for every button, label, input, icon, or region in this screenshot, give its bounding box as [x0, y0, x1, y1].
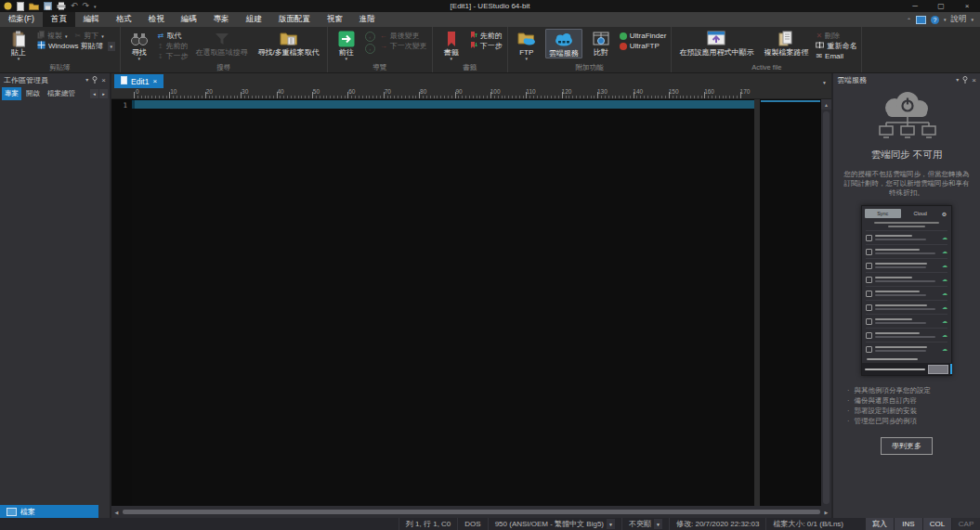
- maximize-button[interactable]: ▢: [928, 0, 954, 12]
- redo-icon[interactable]: ↷: [83, 2, 90, 10]
- tab-list-dropdown-icon[interactable]: ▼: [822, 80, 831, 88]
- encoding-dropdown-icon[interactable]: ▼: [607, 519, 615, 529]
- workspace-tab-open[interactable]: 開啟: [23, 87, 43, 100]
- tab-close-icon[interactable]: ×: [152, 77, 157, 85]
- copy-button[interactable]: 複製 ▾: [37, 32, 68, 40]
- menu-window[interactable]: 視窗: [319, 12, 351, 27]
- new-file-icon[interactable]: [17, 2, 24, 11]
- compare-button[interactable]: 比對: [587, 29, 615, 57]
- help-menu[interactable]: 說明: [950, 14, 966, 25]
- email-file-button[interactable]: ✉ Email: [816, 52, 856, 60]
- paste-button[interactable]: 貼上 ▾: [5, 29, 33, 61]
- copy-file-path-button[interactable]: 複製檔案路徑: [761, 29, 811, 57]
- scroll-right-icon[interactable]: ▶: [821, 506, 831, 518]
- ftp-button[interactable]: FTP ▾: [513, 29, 541, 61]
- print-icon[interactable]: [57, 2, 66, 10]
- ruler-ticks: [134, 88, 749, 98]
- ultraftp-button[interactable]: UltraFTP: [620, 42, 667, 50]
- vertical-scrollbar[interactable]: ▲: [821, 99, 831, 506]
- paste-caret-icon: ▾: [18, 57, 20, 61]
- syntax-dropdown-icon[interactable]: ▼: [654, 519, 662, 529]
- bookmark-button[interactable]: 書籤 ▾: [438, 29, 465, 61]
- next-change-button[interactable]: → 下一次變更: [380, 42, 427, 50]
- open-folder-icon[interactable]: [29, 2, 39, 10]
- menu-project[interactable]: 專案: [205, 12, 238, 27]
- vertical-scroll-thumb[interactable]: [823, 111, 830, 504]
- workspace-tab-project[interactable]: 專案: [2, 87, 21, 100]
- column-mode-indicator[interactable]: COL: [923, 518, 951, 530]
- workspace-close-icon[interactable]: ×: [101, 76, 106, 84]
- save-icon[interactable]: [44, 2, 52, 10]
- document-map[interactable]: [760, 99, 821, 506]
- ribbon-group-addons: FTP ▾ 雲端服務 比對 UltraFinder: [508, 27, 673, 72]
- scroll-left-icon[interactable]: ◀: [111, 506, 122, 518]
- horizontal-scroll-thumb[interactable]: [123, 510, 820, 514]
- write-mode-indicator[interactable]: 寫入: [866, 518, 894, 530]
- minimize-button[interactable]: ─: [902, 0, 928, 12]
- group-label-active-file: Active file: [676, 62, 856, 72]
- line-ending-indicator[interactable]: DOS: [457, 518, 487, 530]
- cloud-panel-menu-caret-icon[interactable]: ▾: [956, 77, 959, 83]
- find-in-selection-button[interactable]: 在選取區域搜尋: [193, 29, 251, 57]
- menu-coding[interactable]: 編碼: [173, 12, 205, 27]
- layout-icon[interactable]: [916, 16, 926, 24]
- help-dropdown-icon[interactable]: ▾: [944, 17, 947, 22]
- cut-button[interactable]: ✂ 剪下 ▾: [75, 32, 104, 40]
- text-edit-area[interactable]: [132, 99, 754, 506]
- last-change-button[interactable]: ← 最後變更: [380, 32, 427, 40]
- previous-bookmark-button[interactable]: 先前的: [470, 32, 503, 40]
- qat-dropdown-icon[interactable]: ▾: [94, 4, 97, 9]
- close-button[interactable]: ×: [954, 0, 980, 12]
- replace-button[interactable]: ⇄ 取代: [158, 32, 189, 40]
- undo-icon[interactable]: ↶: [71, 2, 78, 10]
- window-title: [Edit1] - UEStudio 64-bit: [0, 2, 980, 10]
- menu-format[interactable]: 格式: [108, 12, 140, 27]
- ruler-label: 120: [562, 88, 572, 95]
- menu-advanced[interactable]: 進階: [351, 12, 384, 27]
- cloud-panel-pin-icon[interactable]: [962, 76, 968, 84]
- workspace-tab-explorer[interactable]: 檔案總管: [45, 87, 78, 100]
- menu-build[interactable]: 組建: [238, 12, 270, 27]
- menu-file[interactable]: 檔案(F): [0, 12, 43, 27]
- caps-lock-indicator[interactable]: CAP: [952, 518, 980, 530]
- ultrafinder-button[interactable]: UltraFinder: [620, 32, 667, 40]
- scroll-up-icon[interactable]: ▲: [821, 99, 831, 110]
- delete-file-button[interactable]: ✕ 刪除: [816, 32, 856, 40]
- goto-button[interactable]: 前往 ▾: [333, 29, 360, 61]
- windows-clipboard-caret-icon[interactable]: ▾: [108, 42, 115, 51]
- files-bottom-tab[interactable]: 檔案: [0, 505, 98, 518]
- binoculars-icon: [131, 29, 148, 48]
- find-previous-button[interactable]: ↥ 先前的: [158, 42, 189, 50]
- workspace-menu-caret-icon[interactable]: ▾: [85, 77, 88, 83]
- menu-edit[interactable]: 編輯: [75, 12, 108, 27]
- last-change-arrow-icon: ←: [380, 32, 387, 40]
- horizontal-scrollbar[interactable]: ◀ ▶: [111, 506, 831, 518]
- workspace-tabs-right-icon[interactable]: ▸: [99, 89, 108, 98]
- windows-clipboard-button[interactable]: Windows 剪貼簿 ▾: [37, 42, 115, 50]
- insert-mode-indicator[interactable]: INS: [895, 518, 922, 530]
- workspace-tabs-left-icon[interactable]: ◂: [90, 89, 98, 98]
- rename-file-button[interactable]: 重新命名: [816, 42, 856, 50]
- find-button[interactable]: 尋找 ▾: [125, 29, 153, 61]
- open-in-default-app-button[interactable]: 在預設應用程式中顯示: [676, 29, 756, 57]
- menu-layout[interactable]: 版面配置: [270, 12, 319, 27]
- menu-home[interactable]: 首頁: [43, 12, 75, 27]
- find-in-files-button[interactable]: 尋找/多重檔案取代: [255, 29, 322, 57]
- workspace-pin-icon[interactable]: [92, 76, 98, 84]
- preview-setting-row: ☁: [866, 314, 947, 328]
- collapse-ribbon-icon[interactable]: ⌃: [907, 17, 911, 23]
- menu-view[interactable]: 檢視: [140, 12, 173, 27]
- cloud-services-button[interactable]: 雲端服務: [545, 29, 582, 58]
- document-tab-edit1[interactable]: Edit1 ×: [114, 74, 163, 88]
- back-circle-icon[interactable]: ‹: [365, 32, 375, 42]
- cloud-panel-close-icon[interactable]: ×: [972, 76, 976, 84]
- workspace-body[interactable]: [0, 101, 110, 505]
- next-bookmark-button[interactable]: 下一步: [470, 42, 503, 50]
- learn-more-button[interactable]: 學到更多: [881, 437, 933, 455]
- help-menu-caret-icon[interactable]: ▾: [971, 17, 973, 22]
- find-next-button[interactable]: ↧ 下一步: [158, 52, 189, 60]
- forward-circle-icon[interactable]: ›: [365, 44, 375, 54]
- encoding-indicator[interactable]: 950 (ANSI/OEM - 繁體中文 Big5) ▼: [488, 518, 621, 530]
- help-icon[interactable]: ?: [931, 16, 939, 24]
- syntax-highlight-indicator[interactable]: 不突顯 ▼: [621, 518, 669, 530]
